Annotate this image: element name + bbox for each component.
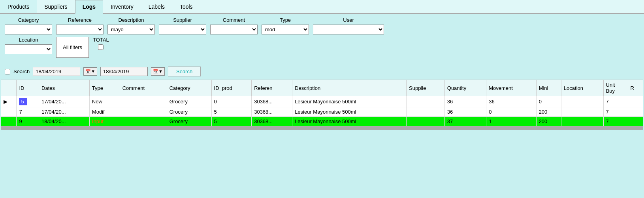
- row-dates-cell: 18/04/20...: [39, 117, 90, 126]
- row-comment-cell: [120, 107, 167, 117]
- row-arrow-cell: [1, 107, 17, 117]
- col-dates[interactable]: Dates: [39, 80, 90, 96]
- location-select[interactable]: [5, 44, 52, 54]
- reference-filter-group: Reference: [56, 17, 104, 34]
- row-category-cell: Grocery: [167, 117, 211, 126]
- col-referen[interactable]: Referen: [252, 80, 292, 96]
- date-picker-2[interactable]: 📅▼: [151, 67, 165, 76]
- description-filter-group: Description mayo: [107, 17, 155, 34]
- nav-tab-labels[interactable]: Labels: [141, 0, 172, 13]
- filter-section: Category Reference Description mayo Supp…: [0, 14, 644, 63]
- table-body: ▶517/04/20...NewGrocery030368...Lesieur …: [1, 96, 643, 126]
- col-location[interactable]: Location: [561, 80, 603, 96]
- row-type-cell: Input: [89, 117, 120, 126]
- col-type[interactable]: Type: [89, 80, 120, 96]
- col-supplie[interactable]: Supplie: [407, 80, 445, 96]
- date-picker-1[interactable]: 📅▼: [83, 67, 97, 76]
- table-row[interactable]: ▶517/04/20...NewGrocery030368...Lesieur …: [1, 96, 643, 107]
- user-select[interactable]: [313, 25, 384, 34]
- row-description-cell: Lesieur Mayonnaise 500ml: [292, 96, 407, 107]
- row-comment-cell: [120, 117, 167, 126]
- table-container: ID Dates Type Comment Category ID_prod R…: [0, 80, 644, 126]
- row-movement-cell: 0: [486, 107, 536, 117]
- row-id-prod-cell: 5: [211, 107, 252, 117]
- row-supplie-cell: [407, 107, 445, 117]
- horizontal-scrollbar[interactable]: [1, 126, 643, 130]
- row-location-cell: [561, 96, 603, 107]
- col-category[interactable]: Category: [167, 80, 211, 96]
- row-quantity-cell: 37: [444, 117, 486, 126]
- row-quantity-cell: 36: [444, 107, 486, 117]
- comment-label: Comment: [223, 17, 245, 23]
- col-quantity[interactable]: Quantity: [444, 80, 486, 96]
- row-supplie-cell: [407, 96, 445, 107]
- row-arrow-cell: [1, 117, 17, 126]
- total-checkbox[interactable]: [98, 44, 104, 50]
- nav-tab-inventory[interactable]: Inventory: [103, 0, 141, 13]
- row-type-cell: New: [89, 96, 120, 107]
- location-filter-group: Location: [5, 37, 52, 54]
- type-select[interactable]: mod: [262, 25, 309, 34]
- row-id-cell: 9: [17, 117, 39, 126]
- row-mini-cell: 200: [536, 107, 561, 117]
- nav-tab-tools[interactable]: Tools: [172, 0, 200, 13]
- row-dates-cell: 17/04/20...: [39, 96, 90, 107]
- row-movement-cell: 36: [486, 96, 536, 107]
- category-select[interactable]: [5, 25, 52, 34]
- row-category-cell: Grocery: [167, 96, 211, 107]
- row-mini-cell: 0: [536, 96, 561, 107]
- row-id-prod-cell: 5: [211, 117, 252, 126]
- supplier-select[interactable]: [159, 25, 206, 34]
- search-button[interactable]: Search: [168, 67, 201, 76]
- row-arrow-cell: ▶: [1, 96, 17, 107]
- all-filters-button[interactable]: All filters: [56, 37, 89, 58]
- row-unit-buy-cell: 7: [603, 107, 628, 117]
- row-location-cell: [561, 117, 603, 126]
- date-input-1[interactable]: [33, 67, 80, 76]
- row-category-cell: Grocery: [167, 107, 211, 117]
- col-mini[interactable]: Mini: [536, 80, 561, 96]
- row-description-cell: Lesieur Mayonnaise 500ml: [292, 107, 407, 117]
- col-id[interactable]: ID: [17, 80, 39, 96]
- row-referen-cell: 30368...: [252, 117, 292, 126]
- description-select[interactable]: mayo: [107, 25, 155, 34]
- total-label: TOTAL: [93, 37, 109, 43]
- col-id-prod[interactable]: ID_prod: [211, 80, 252, 96]
- row-unit-buy-cell: 7: [603, 117, 628, 126]
- col-unit-buy[interactable]: Unit Buy: [603, 80, 628, 96]
- nav-tab-suppliers[interactable]: Suppliers: [37, 0, 75, 13]
- nav-tabs: ProductsSuppliersLogsInventoryLabelsTool…: [0, 0, 644, 14]
- comment-select[interactable]: [210, 25, 258, 34]
- col-arrow: [1, 80, 17, 96]
- location-label: Location: [19, 37, 38, 43]
- category-label: Category: [18, 17, 39, 23]
- table-header-row: ID Dates Type Comment Category ID_prod R…: [1, 80, 643, 96]
- category-filter-group: Category: [5, 17, 52, 34]
- description-label: Description: [118, 17, 144, 23]
- row-quantity-cell: 36: [444, 96, 486, 107]
- search-checkbox[interactable]: [5, 69, 10, 74]
- row-referen-cell: 30368...: [252, 96, 292, 107]
- date-input-2[interactable]: [100, 67, 148, 76]
- logs-table: ID Dates Type Comment Category ID_prod R…: [1, 80, 643, 126]
- row-description-cell: Lesieur Mayonnaise 500ml: [292, 117, 407, 126]
- row-mini-cell: 200: [536, 117, 561, 126]
- row-comment-cell: [120, 96, 167, 107]
- row-type-cell: Modif: [89, 107, 120, 117]
- nav-tab-products[interactable]: Products: [0, 0, 37, 13]
- row-location-cell: [561, 107, 603, 117]
- col-movement[interactable]: Movement: [486, 80, 536, 96]
- col-r[interactable]: R: [628, 80, 643, 96]
- table-row[interactable]: 918/04/20...InputGrocery530368...Lesieur…: [1, 117, 643, 126]
- col-description[interactable]: Description: [292, 80, 407, 96]
- filter-row-1: Category Reference Description mayo Supp…: [5, 17, 639, 34]
- row-r-cell: [628, 107, 643, 117]
- type-label: Type: [280, 17, 291, 23]
- row-id-cell: 5: [17, 96, 39, 107]
- row-dates-cell: 17/04/20...: [39, 107, 90, 117]
- col-comment[interactable]: Comment: [120, 80, 167, 96]
- nav-tab-logs[interactable]: Logs: [75, 0, 103, 14]
- reference-select[interactable]: [56, 25, 104, 34]
- supplier-filter-group: Supplier: [159, 17, 206, 34]
- table-row[interactable]: 717/04/20...ModifGrocery530368...Lesieur…: [1, 107, 643, 117]
